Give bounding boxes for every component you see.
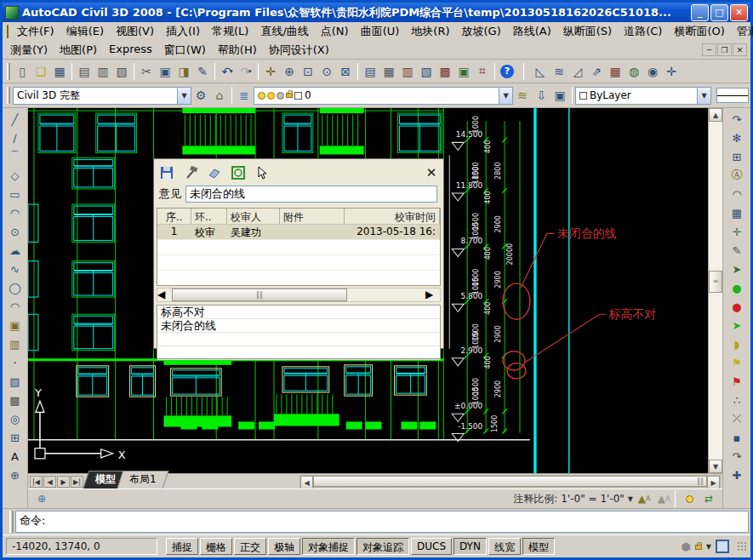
annotation-add-icon[interactable]: ⇄ [700,491,717,506]
toggle-线宽[interactable]: 线宽 [488,538,521,555]
table-header-4[interactable]: 校审时间 [345,209,440,224]
new-file-icon[interactable]: ▯ [13,62,31,81]
annotation-autoscale-icon[interactable]: ▲A [655,491,672,506]
toolbar-grip[interactable] [7,63,10,80]
plot-preview-icon[interactable]: ▥ [94,62,112,81]
menu-纵断面[interactable]: 纵断面(S) [557,22,618,41]
table-header-0[interactable]: 序.. [157,209,191,224]
table-header-1[interactable]: 环.. [191,209,227,224]
toggle-DYN[interactable]: DYN [454,538,487,555]
lock-open-icon[interactable] [286,93,293,98]
chevron-down-icon[interactable]: ▼ [499,88,512,104]
table-header-3[interactable]: 附件 [280,209,345,224]
command-input[interactable]: 命令: [15,511,749,533]
tab-nav-last-icon[interactable]: ▶| [71,476,83,488]
doc-minimize-button[interactable]: ─ [702,43,716,56]
model-space-cube-icon[interactable]: ⬢ [681,540,690,553]
table-header-2[interactable]: 校审人 [227,209,280,224]
point-icon[interactable]: · [5,353,26,372]
layer-states-icon[interactable]: ▣ [550,86,569,105]
table-tool-icon[interactable]: ▦ [606,62,625,81]
annotation-visibility-icon[interactable]: ▲A [636,491,653,506]
settings-gear-icon[interactable]: ✛ [662,62,681,81]
chevron-down-icon[interactable]: ▼ [697,88,710,104]
menu-插入[interactable]: 插入(I) [160,22,206,41]
save-surface-icon[interactable]: ▦ [727,203,747,222]
gradient-icon[interactable]: ▩ [5,391,26,409]
menu-地图[interactable]: 地图(P) [54,41,103,60]
doc-restore-button[interactable]: ❐ [717,43,732,56]
point-square-icon[interactable]: ▪ [727,428,747,447]
vertical-scrollbar[interactable]: ▲ ≡ ▼ [708,108,722,473]
lock-open-icon[interactable] [695,540,702,552]
annotation-scale-value[interactable]: 1'-0" = 1'-0" [561,493,625,505]
menu-管道[interactable]: 管道(P) [731,22,753,41]
toggle-正交[interactable]: 正交 [234,538,266,555]
review-comment-dialog[interactable]: ✕ 意见 序..环..校审人附件校审时间 1校审吴建功2013-05-18 16… [153,158,444,349]
save-icon[interactable]: ▦ [50,62,69,81]
menu-地块[interactable]: 地块(R) [405,22,455,41]
grading-tool-icon[interactable]: ➤ [727,260,747,278]
point-marker-red-icon[interactable]: ● [727,297,747,316]
table-hscroll-thumb[interactable]: ‖‖ [172,289,347,301]
cursor-icon[interactable] [252,163,272,182]
toggle-对象捕捉[interactable]: 对象捕捉 [302,538,355,555]
flag-yellow-icon[interactable]: ⚑ [727,353,747,372]
multiline-text-icon[interactable]: A [5,447,26,466]
spiral-curve-icon[interactable]: ✻ [727,129,747,147]
clean-screen-icon[interactable] [716,540,729,553]
linetype-sample[interactable] [716,88,749,103]
slope-tool-icon[interactable]: ◿ [568,62,587,81]
menu-道路[interactable]: 道路(C) [618,22,668,41]
table-row-empty[interactable] [157,240,440,255]
chevron-down-icon[interactable]: ▼ [628,495,633,503]
tool-palettes-icon[interactable]: ▥ [398,62,417,81]
redo-icon[interactable]: ↷▾ [237,62,255,81]
insert-block-icon[interactable]: ▣ [5,316,26,334]
line-cross-icon[interactable]: ⤫ [727,409,747,428]
make-layer-current-icon[interactable]: ≋ [513,86,532,105]
menu-路线[interactable]: 路线(A) [507,22,557,41]
spline-icon[interactable]: ∿ [5,260,26,278]
scroll-left-icon[interactable]: ◀ [300,476,313,489]
title-bar[interactable]: AutoCAD Civil 3D 2008 - [C:\Program File… [3,3,750,22]
point-cross-icon[interactable]: ✛ [727,222,747,241]
lightbulb-icon[interactable] [681,491,698,506]
menu-曲面[interactable]: 曲面(U) [355,22,406,41]
region-icon[interactable]: ◎ [5,409,26,428]
menu-Express[interactable]: Express [103,41,158,60]
comment-input[interactable] [185,186,437,203]
vscroll-thumb[interactable]: ≡ [709,271,722,293]
hammer-icon[interactable] [180,163,201,182]
layer-manager-icon[interactable]: ≣ [235,86,254,105]
menu-协同设计[interactable]: 协同设计(X) [263,41,335,60]
surface-arrow-green-icon[interactable]: ➤ [727,316,747,334]
viewport-sun-icon[interactable] [277,92,284,100]
review-table[interactable]: 序..环..校审人附件校审时间 1校审吴建功2013-05-18 16: [157,208,441,286]
dialog-close-icon[interactable]: ✕ [422,165,441,180]
tab-布局1[interactable]: 布局1 [117,471,168,489]
menu-文件[interactable]: 文件(F) [11,22,60,41]
workspace-save-icon[interactable]: ⌂ [210,86,229,105]
menu-直线/曲线[interactable]: 直线/曲线 [254,22,314,41]
make-block-icon[interactable]: ▥ [5,334,26,353]
match-properties-icon[interactable]: ✎ [193,62,212,81]
arc-icon[interactable]: ◠ [5,203,26,222]
doc-close-button[interactable]: ✕ [733,43,747,56]
copy-icon[interactable]: ▣ [156,62,174,81]
surface-edit-icon[interactable]: ◗ [727,334,747,353]
block-editor-icon[interactable]: ▣ [454,62,473,81]
circle-icon[interactable]: ⊙ [5,222,26,241]
hatch-icon[interactable]: ▨ [5,372,26,391]
coordinates-display[interactable]: -14020, 13740, 0 [6,538,157,555]
menu-点[interactable]: 点(N) [315,22,355,41]
import-points-icon[interactable]: ◉ [643,62,662,81]
surface-contour-icon[interactable]: ◠ [727,185,747,203]
comment-history-list[interactable]: 标高不对未闭合的线 [157,305,441,359]
save-icon[interactable] [157,163,177,182]
pan-icon[interactable]: ✛ [261,62,280,81]
sheet-set-manager-icon[interactable]: ▧ [417,62,436,81]
layer-combo[interactable]: 0 ▼ [254,87,513,105]
comment-history-item[interactable]: 未闭合的线 [157,319,440,333]
toggle-模型[interactable]: 模型 [522,538,555,555]
